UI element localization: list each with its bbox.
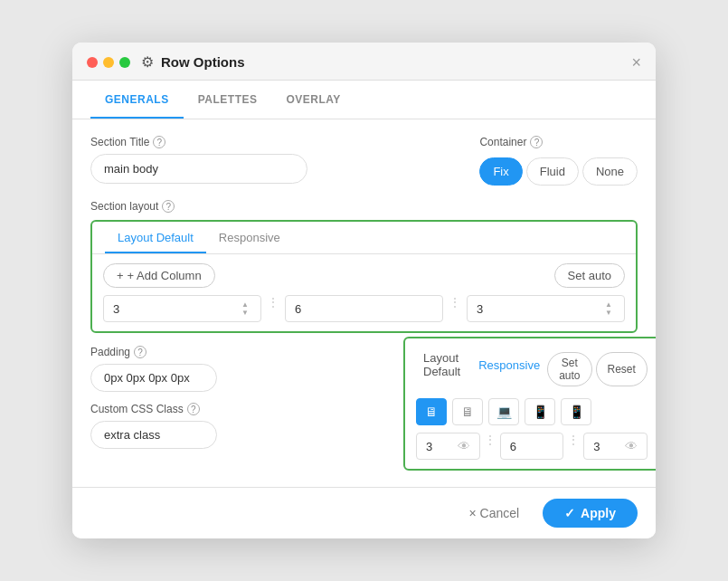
col-1-increment[interactable]: ▲ [239,301,251,308]
custom-css-help-icon[interactable]: ? [187,403,200,415]
responsive-columns: 3 👁 ⋮ 6 ⋮ 3 👁 [416,433,648,460]
resp-tab-layout-default[interactable]: Layout Default [416,348,468,382]
padding-group: Padding ? [90,346,235,392]
container-fix-button[interactable]: Fix [479,157,522,186]
layout-content: + + Add Column Set auto 3 ▲ ▼ ⋮ [92,254,636,331]
plus-icon: + [117,269,124,282]
resp-reset-button[interactable]: Reset [596,352,648,386]
col-3-wrap: 3 ▲ ▼ [467,295,625,322]
col-2-wrap: 6 [285,295,443,322]
device-desktop[interactable]: 🖥 [452,398,483,425]
section-title-row: Section Title ? Container ? Fix Fluid No… [90,136,638,186]
resp-col-1-wrap: 3 👁 [416,433,480,460]
col-1-controls: ▲ ▼ [239,301,251,316]
add-column-button[interactable]: + + Add Column [103,263,215,288]
responsive-panel: Layout Default Responsive Set auto Reset… [403,337,656,471]
tab-overlay[interactable]: OVERLAY [271,81,355,119]
col-3-value: 3 [477,302,597,316]
section-title-input[interactable] [90,154,307,184]
resp-col-3-wrap: 3 👁 [583,433,648,460]
footer: × Cancel ✓ Apply [72,487,656,538]
col-2-drag-handle[interactable]: ⋮ [447,295,463,322]
sub-tab-layout-default[interactable]: Layout Default [105,222,206,253]
resp-set-auto-button[interactable]: Set auto [547,352,591,386]
main-tabs: GENERALS PALETTES OVERLAY [72,81,656,119]
title-area: ⚙ Row Options [141,53,631,71]
responsive-tabs: Layout Default Responsive [416,348,547,382]
padding-input[interactable] [90,364,217,392]
section-title-group: Section Title ? [90,136,461,184]
padding-help-icon[interactable]: ? [134,346,147,358]
layout-actions: + + Add Column Set auto [103,263,625,288]
dialog-window: ⚙ Row Options × GENERALS PALETTES OVERLA… [72,43,656,538]
resp-col-1-drag[interactable]: ⋮ [484,433,496,460]
col-1-drag-handle[interactable]: ⋮ [265,295,281,322]
device-row: 🖥 🖥 💻 📱 📱 [416,398,648,425]
set-auto-button[interactable]: Set auto [554,263,625,288]
apply-check-icon: ✓ [564,506,575,520]
layout-panel: Layout Default Responsive + + Add Column… [90,220,638,333]
column-row: 3 ▲ ▼ ⋮ 6 ⋮ 3 ▲ ▼ [103,295,625,322]
container-options: Fix Fluid None [479,157,638,186]
custom-css-group: Custom CSS Class ? [90,403,235,449]
resp-col-3-eye-icon[interactable]: 👁 [625,439,638,453]
cancel-icon: × [468,506,476,520]
custom-css-label: Custom CSS Class ? [90,403,235,415]
responsive-header: Layout Default Responsive Set auto Reset [416,348,648,391]
custom-css-input[interactable] [90,421,217,449]
section-layout-label: Section layout ? [90,200,638,213]
container-label: Container ? [479,136,638,148]
section-title-help-icon[interactable]: ? [153,136,165,148]
col-3-controls: ▲ ▼ [602,301,615,316]
tab-palettes[interactable]: PALETTES [184,81,272,119]
sub-tab-responsive[interactable]: Responsive [206,222,293,253]
responsive-actions: Set auto Reset [547,352,648,386]
resp-col-1-eye-icon[interactable]: 👁 [458,439,470,453]
col-3-increment[interactable]: ▲ [602,301,615,308]
close-window-button[interactable] [87,57,98,68]
settings-icon: ⚙ [141,53,154,71]
content-area: Section Title ? Container ? Fix Fluid No… [72,119,656,487]
device-mobile[interactable]: 📱 [561,398,591,425]
dialog-title: Row Options [161,54,245,70]
device-tablet[interactable]: 📱 [525,398,555,425]
apply-button[interactable]: ✓ Apply [543,499,638,528]
device-laptop[interactable]: 💻 [488,398,519,425]
container-none-button[interactable]: None [582,157,638,186]
col-2-value: 6 [295,302,433,316]
minimize-window-button[interactable] [103,57,114,68]
col-3-decrement[interactable]: ▼ [602,310,615,316]
container-group: Container ? Fix Fluid None [479,136,638,186]
container-help-icon[interactable]: ? [530,136,543,148]
maximize-window-button[interactable] [119,57,130,68]
col-1-value: 3 [113,302,233,316]
container-fluid-button[interactable]: Fluid [526,157,579,186]
dialog-close-button[interactable]: × [631,54,641,71]
resp-col-2-drag[interactable]: ⋮ [567,433,580,460]
resp-col-3-value: 3 [593,440,619,453]
tab-generals[interactable]: GENERALS [90,81,184,119]
padding-label: Padding ? [90,346,235,358]
left-fields: Padding ? Custom CSS Class ? [90,346,235,471]
section-layout-help-icon[interactable]: ? [162,200,175,213]
device-desktop-large[interactable]: 🖥 [416,398,447,425]
resp-col-2-wrap: 6 [500,433,564,460]
col-1-wrap: 3 ▲ ▼ [103,295,261,322]
titlebar: ⚙ Row Options × [72,43,656,81]
resp-tab-responsive[interactable]: Responsive [471,355,547,376]
bottom-row: Padding ? Custom CSS Class ? [90,346,638,471]
section-title-label: Section Title ? [90,136,461,148]
resp-col-2-value: 6 [510,440,554,453]
col-1-decrement[interactable]: ▼ [239,310,251,316]
layout-sub-tabs: Layout Default Responsive [92,222,636,254]
cancel-button[interactable]: × Cancel [454,499,534,528]
resp-col-1-value: 3 [426,440,452,453]
window-controls [87,57,130,68]
